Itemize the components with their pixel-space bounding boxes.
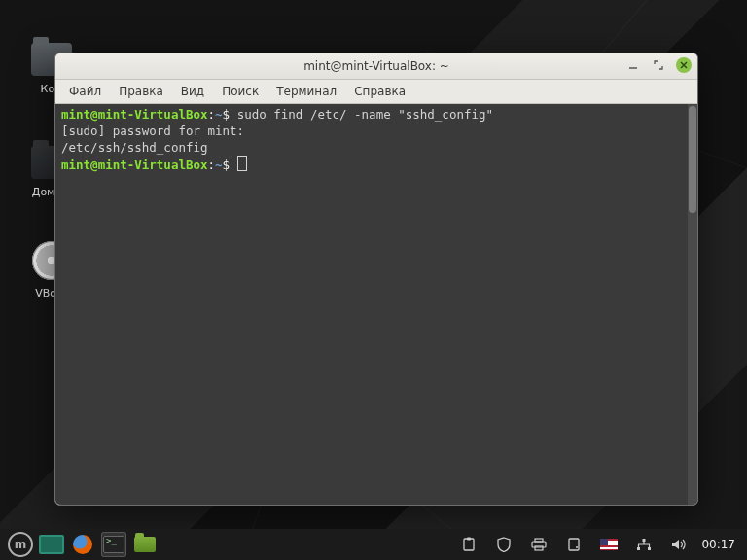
prompt-path: ~: [215, 107, 223, 122]
terminal-icon: [103, 536, 124, 553]
svg-rect-3: [464, 539, 474, 550]
tray-keyboard-layout[interactable]: [596, 532, 622, 557]
prompt-user: mint@mint-VirtualBox: [61, 107, 208, 122]
system-tray: 00:17: [456, 532, 739, 557]
mint-logo-icon: m: [8, 532, 33, 557]
svg-rect-10: [643, 539, 646, 542]
menu-button[interactable]: m: [8, 532, 33, 557]
scrollbar-thumb[interactable]: [689, 106, 696, 213]
us-flag-icon: [600, 539, 618, 550]
menu-help[interactable]: Справка: [346, 83, 413, 100]
drive-icon: [567, 537, 581, 552]
svg-rect-7: [535, 546, 543, 550]
tray-clipboard[interactable]: [456, 532, 481, 557]
tray-removable[interactable]: [561, 532, 587, 557]
terminal-window: mint@mint-VirtualBox: ~ Файл Правка Вид: [54, 52, 698, 506]
svg-point-9: [576, 546, 578, 548]
window-titlebar[interactable]: mint@mint-VirtualBox: ~: [55, 53, 697, 80]
menu-search[interactable]: Поиск: [214, 83, 267, 100]
printer-icon: [531, 538, 547, 551]
terminal-output: /etc/ssh/sshd_config: [61, 140, 208, 155]
menu-edit[interactable]: Правка: [111, 83, 171, 100]
scrollbar[interactable]: [688, 104, 697, 505]
files-launcher[interactable]: [132, 532, 158, 557]
svg-rect-11: [637, 547, 640, 550]
menu-terminal[interactable]: Терминал: [268, 83, 344, 100]
cursor: [237, 156, 247, 171]
taskbar: m: [0, 529, 747, 560]
prompt-end: $: [223, 107, 231, 122]
svg-rect-8: [569, 539, 579, 550]
volume-icon: [671, 538, 687, 551]
files-icon: [134, 537, 156, 552]
clock[interactable]: 00:17: [701, 538, 739, 551]
svg-rect-12: [648, 547, 651, 550]
menubar: Файл Правка Вид Поиск Терминал Справка: [55, 80, 697, 104]
maximize-button[interactable]: [651, 57, 666, 73]
shield-icon: [497, 537, 511, 552]
minimize-button[interactable]: [625, 57, 641, 73]
terminal-body[interactable]: mint@mint-VirtualBox:~$ sudo find /etc/ …: [55, 104, 697, 505]
prompt-user: mint@mint-VirtualBox: [61, 158, 208, 172]
terminal-task[interactable]: [101, 532, 126, 557]
desktop-icon: [39, 535, 64, 554]
tray-printers[interactable]: [526, 532, 551, 557]
tray-volume[interactable]: [666, 532, 692, 557]
tray-security[interactable]: [491, 532, 516, 557]
svg-rect-4: [467, 538, 471, 541]
svg-rect-6: [535, 539, 543, 542]
prompt-sep: :: [208, 107, 216, 122]
show-desktop-button[interactable]: [39, 532, 64, 557]
tray-network[interactable]: [631, 532, 657, 557]
close-button[interactable]: [676, 57, 692, 73]
firefox-icon: [73, 535, 92, 554]
window-title: mint@mint-VirtualBox: ~: [303, 59, 449, 73]
prompt-end: $: [223, 158, 231, 172]
clipboard-icon: [462, 537, 476, 552]
menu-view[interactable]: Вид: [173, 83, 212, 100]
network-icon: [636, 538, 652, 551]
firefox-launcher[interactable]: [70, 532, 95, 557]
terminal-command: sudo find /etc/ -name "sshd_config": [237, 107, 493, 122]
prompt-sep: :: [208, 158, 216, 172]
menu-file[interactable]: Файл: [61, 83, 109, 100]
terminal-output: [sudo] password for mint:: [61, 123, 244, 138]
prompt-path: ~: [215, 158, 223, 172]
